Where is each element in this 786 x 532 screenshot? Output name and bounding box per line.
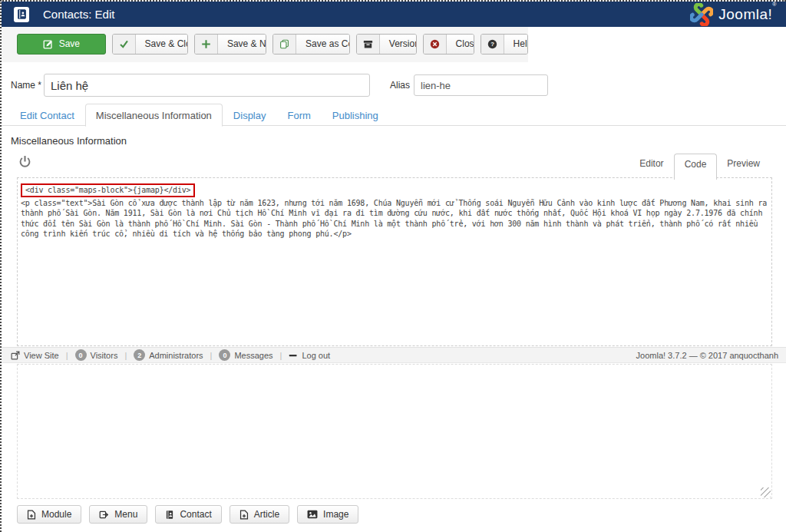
administrators-link[interactable]: 2 Administrators xyxy=(134,349,203,361)
plus-icon xyxy=(195,35,218,54)
logout-dash-icon xyxy=(289,351,298,360)
joomla-logo-text: Joomla!® xyxy=(718,6,777,23)
external-link-icon xyxy=(11,351,20,360)
module-icon xyxy=(27,510,36,520)
save-copy-button[interactable]: Save as Copy xyxy=(272,34,350,55)
close-circle-icon xyxy=(424,35,447,54)
toggle-editor-button[interactable] xyxy=(18,154,34,169)
separator: | xyxy=(280,351,282,360)
joomla-admin-page: Contacts: Edit Joomla!® Save Save & Clos… xyxy=(0,0,786,532)
misc-info-section-label: Miscellaneous Information xyxy=(11,135,127,147)
insert-article-button[interactable]: Article xyxy=(230,505,289,524)
save-close-button[interactable]: Save & Close xyxy=(112,34,188,55)
article-icon xyxy=(239,510,249,520)
status-bar: View Site | 0 Visitors | 2 Administrator… xyxy=(2,347,786,363)
visitors-link[interactable]: 0 Visitors xyxy=(75,349,118,361)
mode-code-button[interactable]: Code xyxy=(674,154,718,180)
logout-link[interactable]: Log out xyxy=(289,351,330,360)
power-icon xyxy=(18,155,31,168)
save-new-button[interactable]: Save & New xyxy=(194,34,266,55)
tab-form[interactable]: Form xyxy=(276,104,321,125)
tab-bar: Edit Contact Miscellaneous Information D… xyxy=(2,104,786,126)
joomla-logo: Joomla!® xyxy=(690,3,777,26)
copy-icon xyxy=(273,35,296,54)
tab-display[interactable]: Display xyxy=(223,104,277,125)
tab-edit-contact[interactable]: Edit Contact xyxy=(9,104,85,125)
editor-source-textarea[interactable] xyxy=(17,364,772,499)
joomla-version-text: Joomla! 3.7.2 — © 2017 anquocthanh xyxy=(636,351,778,360)
highlight-red-box: <div class="maps-block">{jamap}</div> xyxy=(21,183,195,197)
contact-icon xyxy=(165,510,174,520)
joomla-logo-icon xyxy=(690,3,713,26)
insert-module-button[interactable]: Module xyxy=(17,505,81,524)
page-title: Contacts: Edit xyxy=(43,8,114,21)
image-icon xyxy=(307,510,318,519)
administrators-badge: 2 xyxy=(134,349,145,361)
header-bar: Contacts: Edit Joomla!® xyxy=(2,2,786,27)
alias-label: Alias xyxy=(390,80,410,91)
toolbar: Save Save & Close Save & New Save as Cop… xyxy=(2,27,528,62)
separator: | xyxy=(124,351,127,360)
check-icon xyxy=(113,35,136,54)
messages-link[interactable]: 0 Messages xyxy=(219,349,272,361)
editor-mode-switcher: Editor Code Preview xyxy=(629,154,770,180)
editor-xtd-buttons: Module Menu Contact Article Image xyxy=(17,505,358,524)
insert-image-button[interactable]: Image xyxy=(297,505,358,524)
alias-input[interactable] xyxy=(414,74,548,96)
visitors-badge: 0 xyxy=(75,349,87,361)
insert-menu-button[interactable]: Menu xyxy=(89,505,147,524)
messages-badge: 0 xyxy=(219,349,230,361)
mode-editor-button[interactable]: Editor xyxy=(629,154,673,173)
insert-contact-button[interactable]: Contact xyxy=(155,505,221,524)
tab-miscellaneous-information[interactable]: Miscellaneous Information xyxy=(85,104,223,127)
help-button[interactable]: ? Help xyxy=(481,34,528,55)
name-label: Name * xyxy=(11,80,41,91)
versions-button[interactable]: Versions xyxy=(356,34,417,55)
close-button[interactable]: Close xyxy=(423,34,474,55)
tab-publishing[interactable]: Publishing xyxy=(322,104,389,125)
pencil-square-icon xyxy=(43,39,53,49)
code-line-highlighted: <div class="maps-block">{jamap}</div> xyxy=(21,183,768,198)
view-site-link[interactable]: View Site xyxy=(11,351,59,360)
menu-icon xyxy=(99,510,109,520)
name-input[interactable] xyxy=(44,74,370,97)
resize-handle[interactable] xyxy=(761,487,771,497)
separator: | xyxy=(66,351,68,360)
separator: | xyxy=(210,351,213,360)
help-circle-icon: ? xyxy=(481,35,504,54)
code-paragraph: <p class="text">Sài Gòn cổ xưa được thàn… xyxy=(21,198,768,240)
archive-icon xyxy=(357,35,380,54)
save-button[interactable]: Save xyxy=(17,34,106,55)
code-editor[interactable]: <div class="maps-block">{jamap}</div> <p… xyxy=(17,177,772,346)
svg-text:?: ? xyxy=(490,41,494,48)
contacts-book-icon xyxy=(14,7,29,22)
mode-preview-button[interactable]: Preview xyxy=(717,154,770,173)
